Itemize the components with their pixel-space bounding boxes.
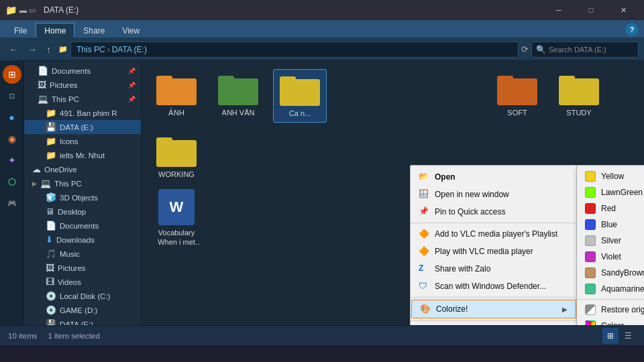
ctx-open[interactable]: 📂 Open bbox=[411, 168, 577, 186]
color-item-blue[interactable]: Blue bbox=[577, 217, 644, 233]
taskbar-icon-5[interactable]: ✦ bbox=[3, 151, 21, 170]
path-data-e[interactable]: DATA (E:) bbox=[112, 45, 147, 54]
list-view-button[interactable]: ☰ bbox=[620, 328, 636, 344]
address-path[interactable]: This PC › DATA (E:) bbox=[70, 42, 519, 58]
sidebar-item-491[interactable]: 📁 491. Ban phim R bbox=[24, 106, 141, 120]
file-item-working[interactable]: WORKING bbox=[150, 131, 203, 183]
taskbar-icon-windows[interactable]: ⊞ bbox=[3, 65, 21, 84]
colors-more-icon bbox=[585, 320, 596, 325]
color-label-yellow: Yellow bbox=[601, 172, 624, 181]
sidebar-label-3d: 3D Objects bbox=[60, 194, 98, 202]
folder-study-icon bbox=[559, 73, 599, 105]
sidebar-label-desktop: Desktop bbox=[58, 208, 86, 216]
color-item-sandybrown[interactable]: SandyBrown bbox=[577, 265, 644, 281]
color-item-silver[interactable]: Silver bbox=[577, 233, 644, 249]
restore-original-color[interactable]: Restore original color bbox=[577, 302, 644, 318]
file-item-word[interactable]: W Vocabulary When i met your mother bbox=[150, 185, 203, 251]
help-button[interactable]: ? bbox=[625, 23, 639, 36]
minimize-button[interactable]: ─ bbox=[543, 0, 574, 20]
close-button[interactable]: ✕ bbox=[608, 0, 639, 20]
spacer-4 bbox=[335, 185, 388, 251]
refresh-button[interactable]: ⟳ bbox=[521, 44, 529, 54]
sidebar-item-3d[interactable]: 🧊 3D Objects bbox=[24, 190, 141, 204]
sidebar-item-this-pc2[interactable]: ▶ 💻 This PC bbox=[24, 176, 141, 190]
up-button[interactable]: ↑ bbox=[43, 43, 54, 56]
sidebar-item-data-e2[interactable]: 💾 DATA (E:) bbox=[24, 317, 141, 325]
window-title: DATA (E:) bbox=[44, 5, 78, 15]
tab-view[interactable]: View bbox=[113, 23, 148, 38]
search-box[interactable]: 🔍 Search DATA (E:) bbox=[531, 42, 639, 58]
search-icon: 🔍 bbox=[536, 45, 546, 54]
sidebar-item-pictures[interactable]: 🖼 Pictures 📌 bbox=[24, 78, 141, 92]
sidebar-item-game-d[interactable]: 💿 GAME (D:) bbox=[24, 303, 141, 317]
back-button[interactable]: ← bbox=[5, 43, 21, 56]
folder-anhvan-icon bbox=[218, 73, 258, 105]
sidebar-item-music[interactable]: 🎵 Music bbox=[24, 247, 141, 261]
ribbon-tabs: File Home Share View ? bbox=[0, 20, 644, 38]
file-item-anh-van[interactable]: ANH VĂN bbox=[211, 69, 265, 123]
ctx-give-access[interactable]: 👥 Give access to ▶ bbox=[411, 323, 577, 325]
file-item-soft[interactable]: SOFT bbox=[490, 69, 544, 123]
taskbar-icon-2[interactable]: ⊡ bbox=[3, 86, 21, 105]
ctx-sep-1 bbox=[411, 223, 577, 223]
file-label-study: STUDY bbox=[566, 108, 591, 117]
sidebar-item-this-pc[interactable]: 💻 This PC 📌 bbox=[24, 92, 141, 106]
sidebar-item-desktop[interactable]: 🖥 Desktop bbox=[24, 204, 141, 219]
ielts-icon: 📁 bbox=[46, 150, 56, 160]
sidebar-item-downloads[interactable]: ⬇ Downloads bbox=[24, 233, 141, 247]
tab-share[interactable]: Share bbox=[74, 23, 113, 38]
sidebar-label-491: 491. Ban phim R bbox=[60, 109, 117, 117]
sidebar-item-local-c[interactable]: 💿 Local Disk (C:) bbox=[24, 289, 141, 303]
taskbar-icon-6[interactable]: ⬡ bbox=[3, 172, 21, 191]
sidebar-item-docs2[interactable]: 📄 Documents bbox=[24, 219, 141, 233]
color-label-lawngreen: LawnGreen bbox=[601, 188, 643, 197]
color-item-aquamarine[interactable]: Aquamarine bbox=[577, 281, 644, 297]
sidebar-label-local-c: Local Disk (C:) bbox=[60, 292, 110, 300]
ctx-open-label: Open bbox=[435, 172, 455, 182]
sidebar-item-data-e[interactable]: 💾 DATA (E:) bbox=[24, 120, 141, 134]
colors-more[interactable]: Colors... bbox=[577, 318, 644, 325]
sidebar-item-pics2[interactable]: 🖼 Pictures bbox=[24, 261, 141, 275]
taskbar-icon-3[interactable]: ● bbox=[3, 108, 21, 127]
ctx-colorize[interactable]: 🎨 Colorize! ▶ bbox=[411, 300, 576, 318]
colorize-arrow: ▶ bbox=[562, 306, 568, 313]
color-dot-lawngreen bbox=[585, 187, 596, 198]
ctx-pin-quick[interactable]: 📌 Pin to Quick access bbox=[411, 203, 577, 221]
ctx-vlc-playlist[interactable]: 🔶 Add to VLC media player's Playlist bbox=[411, 225, 577, 243]
color-item-red[interactable]: Red bbox=[577, 200, 644, 217]
ctx-sep-3 bbox=[411, 320, 577, 321]
title-bar-buttons: ─ □ ✕ bbox=[543, 0, 639, 20]
sidebar-item-onedrive[interactable]: ☁ OneDrive bbox=[24, 162, 141, 176]
maximize-button[interactable]: □ bbox=[576, 0, 606, 20]
taskbar-icon-7[interactable]: 🎮 bbox=[3, 194, 21, 213]
file-item-anh[interactable]: ẢNH bbox=[150, 69, 203, 123]
ctx-open-new-window-label: Open in new window bbox=[435, 190, 509, 199]
path-this-pc[interactable]: This PC bbox=[76, 45, 105, 54]
color-item-violet[interactable]: Violet bbox=[577, 249, 644, 265]
game-d-icon: 💿 bbox=[46, 305, 56, 315]
ctx-vlc-play[interactable]: 🔶 Play with VLC media player bbox=[411, 243, 577, 260]
color-item-lawngreen[interactable]: LawnGreen bbox=[577, 184, 644, 200]
taskbar-icon-4[interactable]: ◉ bbox=[3, 129, 21, 148]
onedrive-icon: ☁ bbox=[32, 164, 41, 174]
tab-file[interactable]: File bbox=[5, 23, 36, 38]
ctx-scan-defender[interactable]: 🛡 Scan with Windows Defender... bbox=[411, 278, 577, 295]
ctx-open-new-window[interactable]: 🪟 Open in new window bbox=[411, 186, 577, 203]
folder-491-icon: 📁 bbox=[46, 108, 56, 118]
sidebar-item-ielts[interactable]: 📁 ielts Mr. Nhut bbox=[24, 148, 141, 162]
tab-home[interactable]: Home bbox=[36, 23, 74, 38]
file-item-study[interactable]: STUDY bbox=[552, 69, 606, 123]
sidebar-item-videos[interactable]: 🎞 Videos bbox=[24, 275, 141, 289]
defender-icon: 🛡 bbox=[419, 281, 429, 292]
ctx-share-zalo[interactable]: Z Share with Zalo bbox=[411, 260, 577, 278]
folder-soft-icon bbox=[497, 73, 537, 105]
ribbon: File Home Share View ? bbox=[0, 20, 644, 38]
sidebar-label-music: Music bbox=[60, 250, 80, 258]
pictures-icon: 🖼 bbox=[38, 80, 46, 90]
sidebar-item-icons[interactable]: 📁 Icons bbox=[24, 134, 141, 148]
color-item-yellow[interactable]: Yellow bbox=[577, 168, 644, 184]
file-item-ca-nhan[interactable]: Ca n... bbox=[273, 69, 327, 123]
sidebar-item-documents[interactable]: 📄 Documents 📌 bbox=[24, 64, 141, 78]
grid-view-button[interactable]: ⊞ bbox=[602, 328, 619, 344]
forward-button[interactable]: → bbox=[24, 43, 40, 56]
